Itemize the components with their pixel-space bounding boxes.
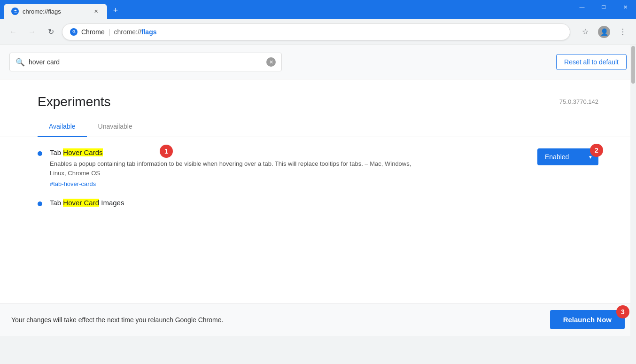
- experiments-header: Experiments 75.0.3770.142: [0, 79, 636, 117]
- search-box: 🔍 ✕: [9, 53, 282, 71]
- maximize-button[interactable]: ☐: [593, 0, 614, 14]
- toolbar-right: ☆ 👤 ⋮: [578, 24, 630, 39]
- feature-title-prefix: Tab: [50, 148, 63, 156]
- feature-item-hover-card-images: Tab Hover Card Images: [38, 199, 598, 209]
- feature-control: Enabled Disabled Default ▼ 2: [537, 148, 598, 165]
- tab-unavailable[interactable]: Unavailable: [87, 117, 144, 137]
- feature-title-highlight-2: Hover Card: [63, 199, 99, 207]
- tab-available[interactable]: Available: [38, 117, 87, 137]
- feature-description: Enables a popup containing tab informati…: [50, 159, 416, 178]
- search-input[interactable]: [29, 58, 263, 66]
- feature-content-2: Tab Hover Card Images: [50, 199, 598, 209]
- new-tab-button[interactable]: +: [109, 4, 122, 17]
- features-list: Tab Hover Cards Enables a popup containi…: [0, 137, 636, 232]
- back-button[interactable]: ←: [6, 24, 21, 39]
- feature-title-2: Tab Hover Card Images: [50, 199, 598, 207]
- feature-title-prefix-2: Tab: [50, 199, 63, 207]
- address-url: chrome://flags: [114, 28, 156, 36]
- scrollbar[interactable]: [630, 45, 636, 364]
- feature-link[interactable]: #tab-hover-cards: [50, 180, 526, 187]
- close-button[interactable]: ✕: [614, 0, 636, 14]
- reload-button[interactable]: ↻: [43, 24, 58, 39]
- minimize-button[interactable]: —: [571, 0, 593, 14]
- feature-title-suffix-2: Images: [99, 199, 124, 207]
- search-clear-button[interactable]: ✕: [266, 57, 276, 67]
- profile-avatar: 👤: [598, 26, 610, 38]
- address-bar[interactable]: Chrome | chrome://flags: [62, 23, 570, 40]
- feature-title: Tab Hover Cards: [50, 148, 526, 156]
- reset-all-button[interactable]: Reset all to default: [556, 54, 627, 70]
- navigation-bar: ← → ↻ Chrome | chrome://flags ☆ 👤 ⋮: [0, 19, 636, 45]
- address-favicon-icon: [70, 28, 78, 36]
- bottom-message: Your changes will take effect the next t…: [11, 316, 223, 324]
- titlebar: chrome://flags ✕ + — ☐ ✕: [0, 0, 636, 19]
- search-icon: 🔍: [16, 58, 25, 67]
- relaunch-wrapper: Relaunch Now 3: [550, 310, 625, 329]
- tab-favicon-icon: [11, 8, 19, 15]
- browser-tab[interactable]: chrome://flags ✕: [4, 4, 107, 19]
- page-title: Experiments: [38, 94, 111, 109]
- feature-item-hover-cards: Tab Hover Cards Enables a popup containi…: [38, 148, 598, 187]
- tab-title: chrome://flags: [23, 8, 88, 15]
- page-content: 🔍 ✕ Reset all to default Experiments 75.…: [0, 45, 636, 336]
- address-site-name: Chrome: [81, 28, 105, 36]
- feature-dot-icon: [38, 201, 42, 206]
- tab-close-button[interactable]: ✕: [92, 8, 100, 15]
- enabled-dropdown[interactable]: Enabled Disabled Default: [537, 148, 598, 165]
- address-separator: |: [109, 28, 110, 36]
- feature-dot-icon: [38, 151, 42, 156]
- address-url-highlight: flags: [141, 28, 157, 36]
- feature-title-highlight: Hover Cards: [63, 148, 102, 156]
- forward-button[interactable]: →: [24, 24, 39, 39]
- menu-button[interactable]: ⋮: [615, 24, 630, 39]
- badge-3: 3: [616, 305, 629, 318]
- tabs-row: Available Unavailable: [0, 117, 636, 137]
- enabled-dropdown-wrapper: Enabled Disabled Default ▼: [537, 148, 598, 165]
- search-area: 🔍 ✕ Reset all to default: [0, 45, 636, 79]
- badge-2: 2: [590, 144, 603, 157]
- profile-button[interactable]: 👤: [597, 24, 612, 39]
- window-controls: — ☐ ✕: [571, 0, 636, 14]
- version-label: 75.0.3770.142: [559, 98, 598, 105]
- badge-1: 1: [160, 145, 173, 158]
- bookmark-button[interactable]: ☆: [578, 24, 593, 39]
- feature-content: Tab Hover Cards Enables a popup containi…: [50, 148, 526, 187]
- bottom-bar: Your changes will take effect the next t…: [0, 303, 636, 336]
- relaunch-now-button[interactable]: Relaunch Now: [550, 310, 625, 329]
- scrollbar-thumb[interactable]: [631, 46, 635, 84]
